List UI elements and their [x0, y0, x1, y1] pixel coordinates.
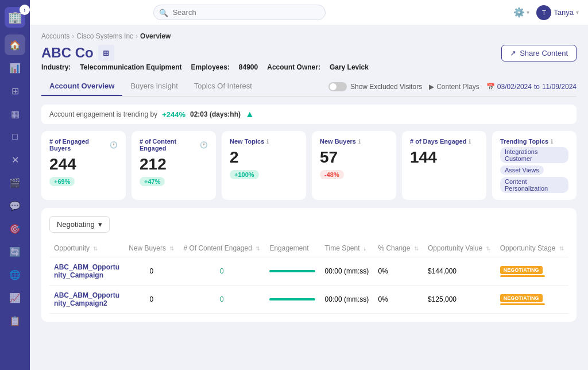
- sidebar-logo[interactable]: 🏢 ›: [5, 7, 25, 28]
- negotiating-badge-1: NEGOTIATING: [500, 266, 543, 274]
- tab-buyers-insight[interactable]: Buyers Insight: [122, 77, 185, 96]
- toggle-label-text: Show Excluded Visitors: [350, 83, 422, 91]
- settings-gear[interactable]: ⚙️ ▾: [513, 7, 529, 18]
- sidebar-icon-globe[interactable]: 🌐: [5, 264, 25, 285]
- share-content-label: Share Content: [520, 49, 568, 57]
- opp-name-cell-2: ABC_ABM_Opportunity_Campaign2: [49, 286, 124, 314]
- search-input[interactable]: [153, 5, 326, 20]
- sidebar-icon-content[interactable]: □: [5, 126, 25, 147]
- content-engaged-cell-2: 0: [179, 286, 265, 314]
- account-header: ABC Co ⊞ Industry: Telecommunication Equ…: [41, 45, 577, 71]
- opp-stage-cell-2: NEGOTIATING: [496, 286, 568, 314]
- opp-stage-cell-1: NEGOTIATING: [496, 257, 568, 286]
- new-buyers-cell-2: 0: [124, 286, 179, 314]
- stage-filter-dropdown[interactable]: Negotiating ▾: [49, 216, 110, 233]
- pct-change-cell-1: 0%: [373, 257, 423, 286]
- share-content-button[interactable]: ↗ Share Content: [501, 45, 577, 61]
- breadcrumb: Accounts › Cisco Systems Inc › Overview: [41, 32, 577, 40]
- col-opportunity[interactable]: Opportunity ⇅: [49, 240, 124, 257]
- industry-label: Industry:: [41, 63, 71, 71]
- content-engaged-value-2: 0: [220, 295, 224, 303]
- avatar: T: [536, 5, 551, 20]
- metric-title-new-topics: New Topics ℹ: [230, 138, 298, 145]
- sidebar-icon-video[interactable]: 🎬: [5, 172, 25, 193]
- topic-content-personalization[interactable]: Content Personalization: [500, 177, 568, 193]
- metric-card-content-engaged: # of Content Engaged 🕐 212 +47%: [131, 131, 216, 200]
- calendar-icon: 📅: [486, 83, 495, 91]
- breadcrumb-company[interactable]: Cisco Systems Inc: [76, 32, 133, 40]
- stage-filter-label: Negotiating: [57, 220, 95, 229]
- metric-card-days-engaged: # of Days Engaged ℹ 144: [402, 131, 486, 200]
- metric-value-days-engaged: 144: [410, 148, 478, 167]
- sidebar-icon-chart[interactable]: 📈: [5, 287, 25, 308]
- col-engagement[interactable]: Engagement: [265, 240, 320, 257]
- opp-name-cell-1: ABC_ABM_Opportunity_Campaign: [49, 257, 124, 286]
- sort-icon-stage: ⇅: [559, 245, 564, 252]
- content-plays-label: Content Plays: [436, 83, 479, 91]
- sidebar-icon-table[interactable]: ▦: [5, 103, 25, 124]
- excluded-visitors-toggle[interactable]: [328, 82, 347, 91]
- negotiating-progress-1: [500, 275, 545, 277]
- sidebar-toggle[interactable]: ›: [20, 5, 30, 15]
- sidebar-icon-target[interactable]: 🎯: [5, 218, 25, 239]
- metric-value-new-topics: 2: [230, 148, 298, 167]
- time-spent-cell-1: 00:00 (mm:ss): [320, 257, 374, 286]
- trend-arrow-icon: ▲: [245, 109, 254, 120]
- metric-card-engaged-buyers: # of Engaged Buyers 🕐 244 +69%: [41, 131, 126, 200]
- sidebar-icon-grid[interactable]: ⊞: [5, 80, 25, 101]
- opps-header: Negotiating ▾: [49, 216, 568, 233]
- date-to: 11/09/2024: [542, 83, 577, 91]
- opp-value-cell-1: $144,000: [423, 257, 496, 286]
- metric-card-new-topics: New Topics ℹ 2 +100%: [222, 131, 306, 200]
- content-engaged-value-1: 0: [220, 267, 224, 275]
- metric-title-days-engaged: # of Days Engaged ℹ: [410, 138, 478, 145]
- sidebar: 🏢 › 🏠 📊 ⊞ ▦ □ ✕ 🎬 💬 🎯 🔄 🌐 📈 📋: [0, 0, 30, 370]
- metric-value-new-buyers: 57: [320, 148, 388, 167]
- trending-topics-list: Integrations Customer Asset Views Conten…: [500, 147, 568, 193]
- sidebar-icon-refresh[interactable]: 🔄: [5, 241, 25, 262]
- clock-icon-engaged: 🕐: [110, 141, 118, 149]
- time-spent-cell-2: 00:00 (mm:ss): [320, 286, 374, 314]
- user-menu[interactable]: T Tanya ▾: [536, 5, 579, 20]
- sidebar-icon-home[interactable]: 🏠: [5, 34, 25, 55]
- topic-asset-views[interactable]: Asset Views: [500, 165, 544, 175]
- info-icon-days-engaged[interactable]: ℹ: [469, 138, 471, 145]
- topnav: 🔍 ⚙️ ▾ T Tanya ▾: [30, 0, 588, 25]
- trend-banner: Account engagement is trending by +244% …: [41, 105, 577, 124]
- col-content-engaged[interactable]: # Of Content Engaged ⇅: [179, 240, 265, 257]
- badge-new-topics: +100%: [230, 170, 259, 179]
- info-icon-new-topics[interactable]: ℹ: [266, 138, 269, 145]
- sidebar-icon-chat[interactable]: 💬: [5, 195, 25, 216]
- sidebar-icon-analytics[interactable]: 📊: [5, 57, 25, 78]
- sidebar-icon-tools[interactable]: ✕: [5, 149, 25, 170]
- col-opp-stage[interactable]: Opportunity Stage ⇅: [496, 240, 568, 257]
- account-name-row: ABC Co ⊞: [41, 45, 501, 61]
- col-opp-value[interactable]: Opportunity Value ⇅: [423, 240, 496, 257]
- col-time-spent[interactable]: Time Spent ↓: [320, 240, 374, 257]
- breadcrumb-accounts[interactable]: Accounts: [41, 32, 69, 40]
- tab-topics-of-interest[interactable]: Topics Of Interest: [186, 77, 260, 96]
- date-from: 03/02/2024: [497, 83, 532, 91]
- opportunities-table: Opportunity ⇅ New Buyers ⇅ # Of Content …: [49, 240, 568, 314]
- metric-title-new-buyers: New Buyers ℹ: [320, 138, 388, 145]
- metric-title-engaged-buyers: # of Engaged Buyers 🕐: [49, 138, 118, 152]
- info-icon-trending-topics[interactable]: ℹ: [551, 138, 553, 145]
- share-icon: ↗: [510, 49, 516, 57]
- topnav-right: ⚙️ ▾ T Tanya ▾: [513, 5, 579, 20]
- tab-account-overview[interactable]: Account Overview: [41, 77, 122, 96]
- col-new-buyers[interactable]: New Buyers ⇅: [124, 240, 179, 257]
- sidebar-icon-reports[interactable]: 📋: [5, 310, 25, 331]
- account-edit-icon[interactable]: ⊞: [98, 45, 114, 61]
- tabs-bar: Account Overview Buyers Insight Topics O…: [41, 77, 577, 97]
- opp-name-link-2[interactable]: ABC_ABM_Opportunity_Campaign2: [54, 291, 119, 307]
- owner-value: Gary Levick: [330, 63, 369, 71]
- content-plays-link[interactable]: ▶ Content Plays: [429, 83, 479, 91]
- opp-name-link-1[interactable]: ABC_ABM_Opportunity_Campaign: [54, 263, 119, 279]
- engagement-bar-fill-2: [269, 298, 315, 300]
- breadcrumb-sep1: ›: [72, 32, 74, 40]
- topic-integrations[interactable]: Integrations Customer: [500, 147, 568, 163]
- col-pct-change[interactable]: % Change ⇅: [373, 240, 423, 257]
- metric-card-trending-topics: Trending Topics ℹ Integrations Customer …: [492, 131, 577, 200]
- info-icon-new-buyers[interactable]: ℹ: [358, 138, 361, 145]
- date-range-selector[interactable]: 📅 03/02/2024 to 11/09/2024: [486, 83, 577, 91]
